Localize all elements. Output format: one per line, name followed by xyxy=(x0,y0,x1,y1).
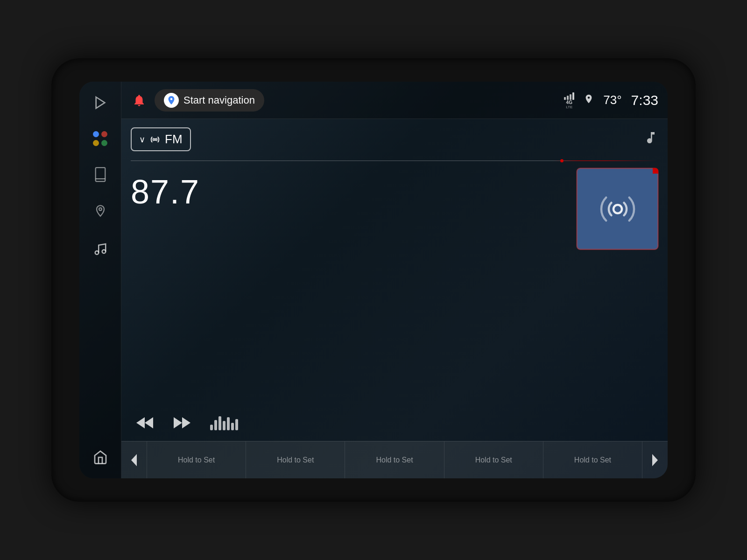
signal-lte-label: LTE xyxy=(566,105,572,109)
broadcast-icon xyxy=(597,188,639,230)
sidebar-music-icon[interactable] xyxy=(89,238,112,261)
sidebar-tablet-icon[interactable] xyxy=(89,163,112,186)
svg-marker-8 xyxy=(136,417,145,428)
frequency-display: 87.7 xyxy=(131,173,200,211)
fastforward-button[interactable] xyxy=(173,416,191,430)
eq-bar-6 xyxy=(231,423,234,430)
settings-music-icon[interactable] xyxy=(643,130,658,148)
chevron-down-icon: ∨ xyxy=(139,134,145,145)
presets-prev-button[interactable] xyxy=(121,441,147,478)
preset-slot-1[interactable]: Hold to Set xyxy=(147,441,246,478)
assistant-dot-red xyxy=(101,131,107,137)
navigation-label: Start navigation xyxy=(183,94,255,106)
device-bezel: Start navigation 4G LTE xyxy=(51,58,696,502)
eq-bar-4 xyxy=(223,421,226,430)
notification-bell[interactable] xyxy=(131,92,148,109)
preset-slot-5[interactable]: Hold to Set xyxy=(543,441,642,478)
svg-marker-13 xyxy=(652,454,658,466)
google-maps-icon xyxy=(164,93,179,108)
svg-point-3 xyxy=(99,208,102,210)
sidebar xyxy=(79,82,121,478)
svg-marker-12 xyxy=(131,454,137,466)
tuner-dot xyxy=(560,159,564,162)
svg-marker-0 xyxy=(96,97,105,108)
controls-row xyxy=(131,411,658,433)
tuner-line xyxy=(131,161,658,161)
google-assistant-icon[interactable] xyxy=(90,128,111,149)
temperature-display: 73° xyxy=(603,93,621,107)
presets-bar: Hold to Set Hold to Set Hold to Set Hold… xyxy=(121,441,668,478)
svg-point-5 xyxy=(102,250,106,253)
signal-4g-label: 4G xyxy=(566,100,572,105)
freq-row: 87.7 xyxy=(131,168,658,406)
preset-slots: Hold to Set Hold to Set Hold to Set Hold… xyxy=(147,441,642,478)
svg-rect-1 xyxy=(95,168,105,182)
location-pin-icon xyxy=(584,94,594,107)
assistant-dot-blue xyxy=(93,131,99,137)
presets-next-button[interactable] xyxy=(642,441,668,478)
fm-dropdown[interactable]: ∨ FM xyxy=(131,127,191,151)
svg-point-7 xyxy=(613,205,622,213)
svg-point-4 xyxy=(95,251,99,255)
eq-bar-1 xyxy=(210,425,213,430)
top-bar: Start navigation 4G LTE xyxy=(121,82,668,119)
main-content: Start navigation 4G LTE xyxy=(121,82,668,478)
sidebar-location-icon[interactable] xyxy=(89,200,112,224)
assistant-dot-yellow xyxy=(93,140,99,146)
preset-slot-4[interactable]: Hold to Set xyxy=(444,441,543,478)
eq-bar-3 xyxy=(218,416,221,430)
preset-slot-2[interactable]: Hold to Set xyxy=(246,441,345,478)
sidebar-play-icon[interactable] xyxy=(89,91,112,114)
navigation-button[interactable]: Start navigation xyxy=(155,89,264,112)
preset-slot-3[interactable]: Hold to Set xyxy=(345,441,444,478)
fm-selector-bar: ∨ FM xyxy=(131,127,658,151)
eq-bar-7 xyxy=(235,419,238,430)
radio-wave-icon xyxy=(150,134,160,145)
svg-marker-9 xyxy=(145,417,153,428)
svg-marker-11 xyxy=(182,417,190,428)
sidebar-home-icon[interactable] xyxy=(89,446,112,469)
radio-artwork xyxy=(577,168,658,250)
screen: Start navigation 4G LTE xyxy=(79,82,668,478)
svg-point-6 xyxy=(154,139,156,140)
svg-marker-10 xyxy=(174,417,182,428)
fm-label: FM xyxy=(165,132,183,147)
top-bar-right: 4G LTE 73° 7:33 xyxy=(564,91,658,109)
assistant-dot-green xyxy=(101,140,107,146)
time-display: 7:33 xyxy=(631,92,658,108)
equalizer-icon xyxy=(210,415,238,430)
eq-bar-5 xyxy=(227,417,230,430)
eq-bar-2 xyxy=(214,420,217,430)
radio-area: ∨ FM xyxy=(121,119,668,441)
rewind-button[interactable] xyxy=(135,416,154,430)
